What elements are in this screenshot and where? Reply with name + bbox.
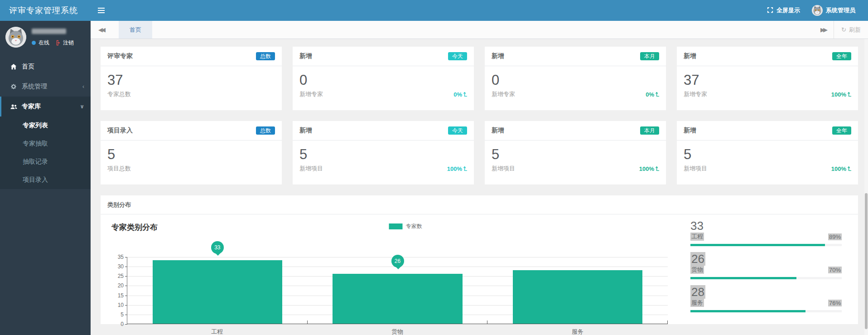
y-axis-tick: 30	[118, 263, 124, 270]
sidebar-item-home[interactable]: 首页	[0, 57, 91, 77]
bar-value-marker: 26	[391, 255, 404, 267]
card-badge: 全年	[832, 126, 851, 135]
online-status-dot	[32, 41, 36, 45]
sidebar-item-system-admin[interactable]: 系统管理 ‹	[0, 77, 91, 97]
legend-swatch	[389, 223, 403, 229]
y-axis-tick: 20	[118, 282, 124, 289]
bar-value-marker: 33	[211, 241, 224, 254]
card-label: 新增项目	[299, 165, 323, 173]
username-redacted	[32, 29, 66, 34]
gear-icon	[10, 83, 18, 90]
y-axis-tick: 5	[121, 311, 124, 318]
stat-card: 新增今天0新增专家0%	[293, 47, 474, 110]
stat-label: 工程	[690, 233, 704, 241]
y-axis-tick: 25	[118, 273, 124, 279]
card-value: 37	[107, 72, 275, 89]
card-percent: 0%	[646, 91, 659, 98]
legend-label: 专家数	[406, 223, 422, 230]
card-label: 新增专家	[492, 90, 515, 98]
category-stat: 26货物70%	[690, 252, 842, 279]
tab-bar: ◀◀ 首页 ▶▶ ↻ 刷新	[91, 21, 868, 39]
progress-bar	[690, 277, 842, 279]
card-label: 新增项目	[492, 165, 515, 173]
stat-value: 28	[690, 285, 705, 299]
category-summary: 33工程89%26货物70%28服务76%	[686, 214, 858, 324]
card-title: 新增	[492, 52, 504, 60]
stat-card: 新增本月5新增项目100%	[485, 121, 666, 184]
card-value: 5	[107, 146, 275, 163]
card-percent: 100%	[447, 165, 467, 172]
card-badge: 今天	[448, 52, 467, 60]
stat-label: 服务	[690, 299, 704, 307]
chart-title: 专家类别分布	[111, 223, 158, 232]
chevron-left-icon: ‹	[82, 83, 84, 90]
stat-value: 33	[690, 219, 704, 233]
chart-plot-area: 051015202530353326	[127, 257, 668, 324]
x-axis-labels: 工程货物服务	[101, 324, 858, 335]
stat-card: 项目录入总数5项目总数	[101, 121, 282, 184]
x-axis-label: 服务	[487, 328, 668, 335]
y-axis-tick: 35	[118, 254, 124, 260]
tabs-scroll-right-button[interactable]: ▶▶	[813, 21, 834, 39]
chevron-down-icon: ∨	[80, 103, 84, 110]
card-title: 新增	[684, 126, 696, 135]
sidebar-item-expert-draw[interactable]: 专家抽取	[0, 135, 91, 153]
fullscreen-icon	[767, 7, 773, 15]
stat-cards-grid: 评审专家总数37专家总数新增今天0新增专家0%新增本月0新增专家0%新增全年37…	[101, 47, 858, 184]
card-badge: 全年	[832, 52, 851, 60]
category-panel: 类别分布 专家类别分布 专家数 051015202530353326 33工程8…	[101, 195, 858, 335]
refresh-button[interactable]: ↻ 刷新	[834, 21, 868, 39]
user-menu[interactable]: 系统管理员	[812, 5, 855, 16]
card-value: 5	[492, 146, 659, 163]
sidebar-item-project-entry[interactable]: 项目录入	[0, 171, 91, 189]
bar-chart: 专家类别分布 专家数 051015202530353326	[101, 214, 686, 324]
sidebar-item-expert-library[interactable]: 专家库 ∨	[0, 97, 91, 117]
vertical-scrollbar[interactable]	[864, 39, 868, 335]
sidebar-toggle-button[interactable]	[91, 0, 111, 21]
tab-home[interactable]: 首页	[119, 21, 152, 39]
home-icon	[10, 63, 18, 70]
sidebar: 在线 注销 首页 系统管理 ‹	[0, 21, 91, 335]
tabs-scroll-left-button[interactable]: ◀◀	[91, 21, 111, 39]
card-title: 项目录入	[107, 126, 133, 135]
sidebar-item-expert-list[interactable]: 专家列表	[0, 117, 91, 135]
stat-value: 26	[690, 252, 705, 266]
bar-货物	[333, 274, 462, 324]
page-content: 评审专家总数37专家总数新增今天0新增专家0%新增本月0新增专家0%新增全年37…	[91, 39, 868, 335]
card-title: 新增	[684, 52, 696, 60]
sidebar-item-draw-records[interactable]: 抽取记录	[0, 153, 91, 171]
progress-bar	[690, 310, 842, 312]
stat-percent: 70%	[828, 267, 842, 273]
panel-title: 类别分布	[101, 195, 858, 214]
app-title: 评审专家管理系统	[0, 0, 91, 21]
stat-card: 新增全年5新增项目100%	[677, 121, 858, 184]
stat-card: 评审专家总数37专家总数	[101, 47, 282, 110]
card-label: 新增项目	[684, 165, 707, 173]
logout-link[interactable]: 注销	[63, 39, 74, 47]
card-value: 0	[299, 72, 467, 89]
refresh-icon: ↻	[841, 26, 846, 33]
online-status-label: 在线	[39, 39, 49, 47]
card-label: 专家总数	[107, 90, 131, 98]
chart-legend: 专家数	[389, 223, 422, 230]
card-title: 新增	[492, 126, 504, 135]
user-panel: 在线 注销	[0, 21, 91, 53]
avatar	[812, 5, 823, 16]
y-axis-tick: 15	[118, 292, 124, 299]
stat-percent: 89%	[828, 233, 842, 240]
x-axis-label: 工程	[127, 328, 307, 335]
card-title: 评审专家	[107, 52, 133, 60]
stat-percent: 76%	[828, 300, 842, 306]
card-value: 5	[684, 146, 851, 163]
scrollbar-thumb[interactable]	[865, 193, 868, 329]
category-stat: 33工程89%	[690, 219, 842, 246]
card-label: 新增专家	[299, 90, 323, 98]
card-badge: 今天	[448, 126, 467, 135]
card-title: 新增	[299, 52, 312, 60]
fullscreen-button[interactable]: 全屏显示	[767, 6, 800, 15]
bar-服务	[513, 270, 642, 324]
y-axis-tick: 10	[118, 302, 124, 308]
progress-bar	[690, 244, 842, 246]
stat-label: 货物	[690, 266, 704, 274]
x-axis-label: 货物	[307, 328, 487, 335]
